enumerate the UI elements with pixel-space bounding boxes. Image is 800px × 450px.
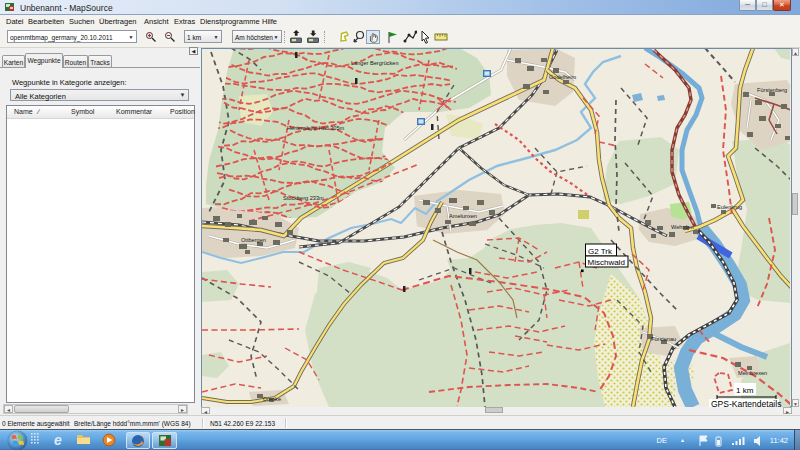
svg-text:Godelheim: Godelheim	[549, 74, 576, 80]
svg-text:Ottbergen: Ottbergen	[241, 237, 266, 243]
svg-text:Mischwald: Mischwald	[588, 258, 625, 267]
svg-text:GPS-Kartendetails: GPS-Kartendetails	[711, 399, 781, 407]
svg-text:Drenke: Drenke	[263, 396, 281, 402]
svg-text:Wehrden: Wehrden	[671, 224, 694, 230]
svg-text:Meinbrexen: Meinbrexen	[738, 370, 767, 376]
svg-text:Stockberg 233m: Stockberg 233m	[283, 195, 324, 201]
svg-text:Fürstenau: Fürstenau	[651, 336, 676, 342]
svg-text:G2 Trk: G2 Trk	[588, 247, 613, 256]
svg-text:Eulenkrug: Eulenkrug	[717, 204, 742, 210]
svg-text:Amelunxen: Amelunxen	[449, 213, 477, 219]
svg-text:Fürstenberg: Fürstenberg	[757, 87, 787, 93]
svg-text:1 km: 1 km	[736, 386, 754, 395]
svg-text:Hertensleite Höd 305m: Hertensleite Höd 305m	[287, 125, 345, 131]
svg-text:Langer Bergrücken: Langer Bergrücken	[351, 60, 399, 66]
